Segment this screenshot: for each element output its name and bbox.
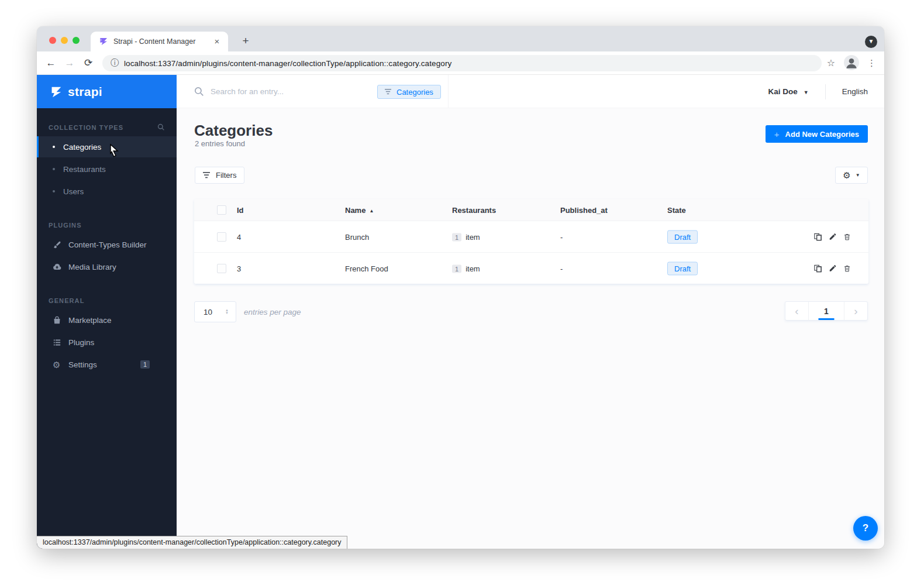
chevron-down-icon[interactable]: ▼ (804, 90, 809, 95)
gear-icon: ⚙ (843, 171, 850, 180)
cell-published-at: - (560, 232, 563, 241)
bullet-icon (53, 190, 55, 192)
duplicate-icon[interactable] (813, 264, 822, 273)
stepper-icon[interactable]: ▲▼ (225, 309, 236, 315)
header-divider (448, 75, 449, 108)
address-field[interactable]: ⓘ localhost:1337/admin/plugins/content-m… (102, 55, 822, 71)
strapi-logo-icon (50, 85, 63, 98)
reload-button[interactable]: ⟳ (81, 56, 95, 70)
filter-icon (203, 172, 210, 178)
page-info-icon[interactable]: ⓘ (111, 58, 119, 68)
status-bar-url: localhost:1337/admin/plugins/content-man… (37, 536, 347, 549)
column-header-restaurants[interactable]: Restaurants (452, 205, 496, 214)
tab-strip: Strapi - Content Manager × + ▼ (37, 26, 884, 51)
table-settings-button[interactable]: ⚙ ▼ (835, 167, 868, 184)
previous-page-button[interactable]: ‹ (785, 302, 808, 320)
delete-icon[interactable] (843, 232, 851, 241)
cell-restaurants: 1item (452, 232, 480, 241)
tab-close-icon[interactable]: × (212, 36, 222, 47)
sidebar-item-label: Media Library (68, 263, 116, 271)
vertical-divider (825, 84, 826, 99)
filters-button[interactable]: Filters (195, 167, 244, 184)
table-row[interactable]: 4 Brunch 1item - Draft (194, 221, 868, 252)
search-input[interactable] (211, 84, 368, 99)
state-badge: Draft (667, 230, 698, 243)
entries-per-page-select[interactable]: 10 ▲▼ (194, 301, 236, 322)
select-all-checkbox[interactable] (217, 205, 226, 215)
state-badge: Draft (667, 261, 698, 275)
table-row[interactable]: 3 French Food 1item - Draft (194, 252, 868, 284)
sidebar-item-label: Categories (63, 143, 101, 152)
window-close-button[interactable] (49, 37, 56, 44)
bullet-icon (53, 146, 55, 148)
strapi-favicon-icon (99, 37, 108, 46)
browser-menu-icon[interactable]: ⋮ (867, 56, 876, 70)
browser-tab[interactable]: Strapi - Content Manager × (91, 32, 228, 51)
gear-icon: ⚙ (53, 360, 61, 369)
section-label-text: PLUGINS (49, 222, 82, 229)
delete-icon[interactable] (843, 264, 851, 273)
chevron-down-icon: ▼ (856, 173, 860, 178)
column-header-state[interactable]: State (667, 205, 686, 214)
sidebar-item-label: Content-Types Builder (68, 240, 147, 249)
pagination: ‹ 1 › (785, 301, 868, 321)
edit-icon[interactable] (829, 233, 837, 241)
url-text[interactable]: localhost:1337/admin/plugins/content-man… (124, 59, 451, 68)
search-icon[interactable] (157, 123, 165, 131)
row-checkbox[interactable] (217, 232, 226, 242)
logo-text: strapi (68, 85, 102, 99)
sidebar-item-label: Settings (68, 360, 97, 369)
cell-published-at: - (560, 264, 563, 273)
shop-icon (53, 316, 61, 325)
filters-button-label: Filters (216, 171, 236, 180)
brush-icon (53, 240, 61, 249)
user-menu[interactable]: Kai Doe (768, 87, 798, 96)
strapi-logo[interactable]: strapi (37, 75, 177, 108)
sidebar-item-content-types-builder[interactable]: Content-Types Builder (37, 234, 177, 255)
settings-badge: 1 (140, 360, 150, 369)
sidebar-item-users[interactable]: Users (37, 181, 177, 202)
page-title: Categories (194, 122, 273, 140)
profile-avatar[interactable] (844, 55, 859, 70)
column-header-published-at[interactable]: Published_at (560, 205, 608, 214)
duplicate-icon[interactable] (813, 232, 822, 241)
current-page[interactable]: 1 (808, 302, 844, 320)
per-page-value: 10 (195, 308, 225, 316)
help-button[interactable]: ? (853, 516, 878, 541)
sidebar-item-label: Users (63, 187, 84, 196)
sidebar-item-settings[interactable]: ⚙ Settings 1 (37, 354, 177, 375)
sidebar: strapi COLLECTION TYPES Categories Resta… (37, 75, 177, 549)
cell-id: 4 (237, 232, 241, 241)
plugins-section-label: PLUGINS (49, 222, 165, 229)
section-label-text: COLLECTION TYPES (49, 124, 123, 131)
sidebar-item-label: Plugins (68, 338, 94, 347)
language-selector[interactable]: English (842, 87, 868, 96)
tab-title: Strapi - Content Manager (113, 37, 212, 46)
back-button[interactable]: ← (44, 56, 58, 70)
entries-table: Id Name▲ Restaurants Published_at State … (194, 199, 868, 284)
forward-button[interactable]: → (63, 56, 77, 70)
window-minimize-button[interactable] (61, 37, 68, 44)
bookmark-star-icon[interactable]: ☆ (827, 57, 835, 68)
collection-filter-chip[interactable]: Categories (377, 85, 441, 99)
next-page-button[interactable]: › (844, 302, 867, 320)
downloads-button[interactable]: ▼ (865, 36, 877, 48)
column-header-id[interactable]: Id (237, 205, 244, 214)
section-label-text: GENERAL (49, 297, 84, 304)
new-tab-button[interactable]: + (238, 33, 253, 49)
row-checkbox[interactable] (217, 264, 226, 273)
window-zoom-button[interactable] (73, 37, 80, 44)
sidebar-item-categories[interactable]: Categories (37, 136, 177, 157)
column-header-name[interactable]: Name▲ (345, 205, 374, 214)
plus-icon: + (774, 129, 780, 139)
sidebar-item-media-library[interactable]: Media Library (37, 256, 177, 277)
edit-icon[interactable] (829, 264, 837, 273)
count-label: item (466, 264, 480, 273)
main-content: Categories Kai Doe ▼ English Categories … (177, 75, 884, 549)
filter-chip-label: Categories (397, 88, 433, 97)
sidebar-item-plugins[interactable]: Plugins (37, 332, 177, 353)
sidebar-item-marketplace[interactable]: Marketplace (37, 309, 177, 331)
add-new-categories-button[interactable]: + Add New Categories (766, 125, 868, 143)
per-page-label: entries per page (244, 308, 301, 316)
sidebar-item-restaurants[interactable]: Restaurants (37, 159, 177, 180)
